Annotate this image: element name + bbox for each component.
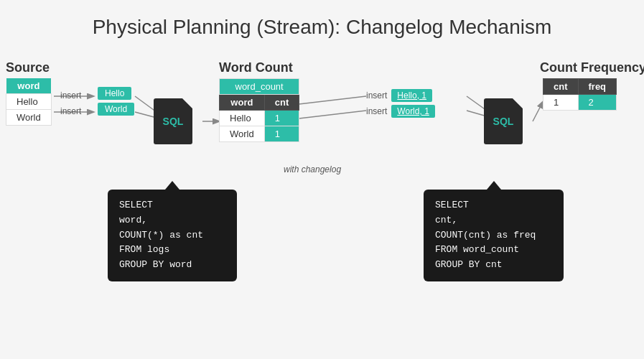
code-line: GROUP BY cnt xyxy=(435,258,552,273)
cf-col-cnt: cnt xyxy=(543,79,579,95)
wc-row2-word: World xyxy=(220,126,265,142)
insert-label-hello: insert xyxy=(60,90,81,101)
code-line: word, xyxy=(119,213,225,228)
code-line: cnt, xyxy=(435,213,552,228)
wc-row1-word: Hello xyxy=(220,111,265,126)
sql-doc-shape-2: SQL xyxy=(484,98,523,144)
code-line: COUNT(*) as cnt xyxy=(119,228,225,243)
wordcount-col-word: word xyxy=(220,95,265,111)
cf-row1-cnt: 1 xyxy=(543,95,579,111)
changelog-label: with changelog xyxy=(284,164,341,174)
code-box-1: SELECT word, COUNT(*) as cnt FROM logs G… xyxy=(108,190,237,281)
code-line: GROUP BY word xyxy=(119,258,225,273)
source-table: word Hello World xyxy=(6,78,52,126)
source-label: Source xyxy=(6,60,50,75)
badge-world: World xyxy=(98,103,134,116)
insert-label-world: insert xyxy=(60,106,81,116)
page-title: Physical Planning (Stream): Changelog Me… xyxy=(0,0,644,46)
cf-row1-freq: 2 xyxy=(578,95,617,111)
sql-doc-shape-1: SQL xyxy=(154,98,192,144)
code-line: COUNT(cnt) as freq xyxy=(435,228,552,243)
source-row-1: Hello xyxy=(6,94,52,110)
source-row-2: World xyxy=(6,110,52,126)
insert-badge-world1: World, 1 xyxy=(391,105,434,118)
wordcount-label: Word Count xyxy=(219,60,293,75)
sql-label-2: SQL xyxy=(493,116,514,127)
svg-line-6 xyxy=(293,111,366,119)
table-row: 1 2 xyxy=(543,95,617,111)
wordcount-table: word_count word cnt Hello 1 World 1 xyxy=(219,78,299,142)
insert-text-hello1: insert xyxy=(366,90,387,101)
code-box-2: SELECT cnt, COUNT(cnt) as freq FROM word… xyxy=(424,190,564,281)
badge-hello: Hello xyxy=(98,87,131,100)
wc-row2-cnt: 1 xyxy=(264,126,299,142)
table-row: Hello xyxy=(6,94,52,110)
table-row: World 1 xyxy=(220,126,299,142)
diagram: Source word Hello World insert insert He… xyxy=(0,53,644,355)
source-header: word xyxy=(6,78,52,94)
code-line: FROM word_count xyxy=(435,243,552,258)
insert-badge-hello1: Hello, 1 xyxy=(391,89,432,102)
wc-row1-cnt: 1 xyxy=(264,111,299,126)
insert-row-world1: insert World, 1 xyxy=(366,105,435,118)
sql-icon-1: SQL xyxy=(151,96,195,146)
table-row: World xyxy=(6,110,52,126)
wordcount-header: word_count xyxy=(220,79,299,95)
insert-text-world1: insert xyxy=(366,106,387,116)
wordcount-col-cnt: cnt xyxy=(264,95,299,111)
table-row: Hello 1 xyxy=(220,111,299,126)
countfreq-table: cnt freq 1 2 xyxy=(543,78,617,111)
code-line: SELECT xyxy=(435,198,552,213)
insert-row-hello1: insert Hello, 1 xyxy=(366,89,432,102)
code-line: FROM logs xyxy=(119,243,225,258)
countfreq-label: Count Frequency xyxy=(540,60,644,75)
svg-line-9 xyxy=(533,102,543,121)
cf-col-freq: freq xyxy=(578,79,617,95)
code-line: SELECT xyxy=(119,198,225,213)
sql-icon-2: SQL xyxy=(481,96,526,146)
svg-line-5 xyxy=(293,96,366,105)
sql-label-1: SQL xyxy=(163,116,184,127)
